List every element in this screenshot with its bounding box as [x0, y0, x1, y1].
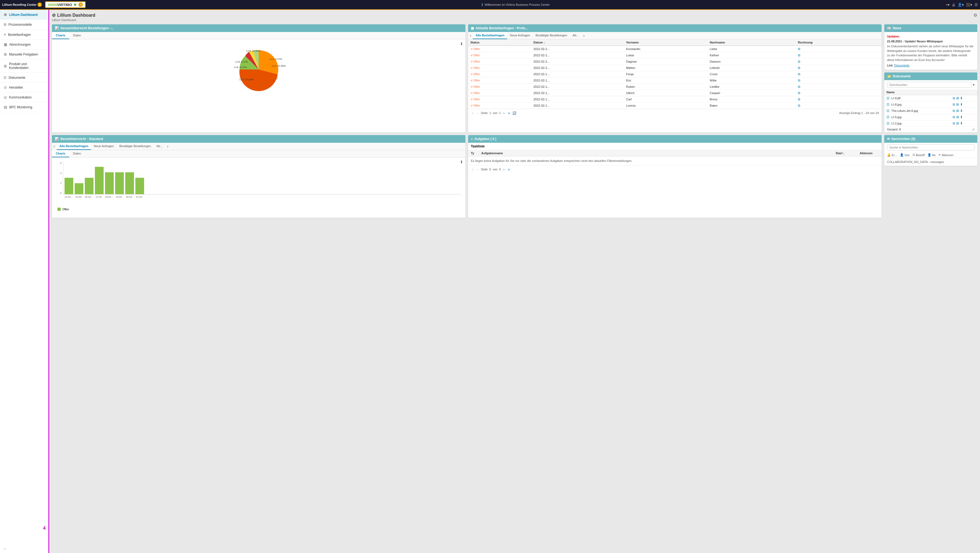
- table-icon: ▦: [471, 26, 474, 30]
- dok-download-icon[interactable]: ⬇: [960, 121, 963, 125]
- open-link-icon[interactable]: ⧉: [798, 72, 800, 76]
- cell-datum: 2022-02-2...: [531, 59, 624, 65]
- open-link-icon[interactable]: ⧉: [798, 85, 800, 89]
- label-li5: LI-5: 37.50%: [240, 78, 253, 81]
- sidebar-item-bpc[interactable]: ▤ BPC Monitoring: [0, 102, 48, 112]
- tasks-pag-next[interactable]: ›: [503, 167, 506, 172]
- tasks-pag-last[interactable]: »: [507, 167, 511, 172]
- sidebar-collapse[interactable]: «: [0, 544, 48, 553]
- dok-open-icon[interactable]: ⧉: [953, 102, 955, 107]
- bestellanfragen-icon: ≡: [4, 33, 6, 37]
- download-icon[interactable]: ⬇: [460, 41, 463, 46]
- news-link[interactable]: Documents: [894, 64, 910, 67]
- news-text: Im Dokumentenbereich stehen ab sofort ne…: [887, 44, 975, 62]
- bu-tab-next[interactable]: ›: [165, 143, 170, 150]
- tab-alle[interactable]: Alle Bestellanfragen: [473, 32, 507, 39]
- sidebar-item-kommunikation[interactable]: ◎ Kommunikation: [0, 92, 48, 102]
- open-link-icon[interactable]: ⧉: [798, 53, 800, 57]
- panel-gesamtuebersicht: 📊 Gesamtübersicht Bestellungen -... Char…: [52, 24, 465, 132]
- nach-col-an[interactable]: 👤 An: [928, 153, 936, 157]
- open-link-icon[interactable]: ⧉: [798, 97, 800, 101]
- nach-col-von[interactable]: 👤 Von: [900, 153, 910, 157]
- sidebar-item-dokumente[interactable]: D Dokumente: [0, 73, 48, 83]
- cell-datum: 2022-02-2...: [531, 65, 624, 71]
- cell-datum: 2022-02-1...: [531, 71, 624, 77]
- dok-copy-icon[interactable]: ⊞: [956, 115, 959, 119]
- tab-daten-1[interactable]: Daten: [69, 32, 85, 39]
- settings-icon[interactable]: ⚙: [974, 13, 977, 18]
- bu-tab-ab[interactable]: Ab...: [154, 143, 165, 150]
- pag-refresh[interactable]: 🔄: [512, 111, 516, 115]
- cell-datum: 2022-02-2...: [531, 52, 624, 59]
- dok-copy-icon[interactable]: ⊞: [956, 121, 959, 125]
- tab-next[interactable]: ›: [582, 32, 586, 39]
- bu-tab-prev[interactable]: ‹: [52, 143, 57, 150]
- pag-last[interactable]: »: [507, 111, 511, 115]
- open-link-icon[interactable]: ⧉: [798, 104, 800, 107]
- dok-open-icon[interactable]: ⧉: [953, 109, 955, 113]
- dok-download-icon[interactable]: ⬇: [960, 102, 963, 107]
- bu-tab-best[interactable]: Bestätigte Bestellungen: [116, 143, 154, 150]
- bu-tab-neue[interactable]: Neue Anfragen: [91, 143, 116, 150]
- sidebar-item-abrechnungen[interactable]: ▦ Abrechnungen: [0, 40, 48, 49]
- panel-bu-title: Bestellübersicht - Standard: [60, 137, 103, 141]
- sidebar-item-dashboard[interactable]: ⊘ Lillium Dashboard: [0, 10, 48, 20]
- dok-download-icon[interactable]: ⬇: [960, 96, 963, 100]
- tab-ab[interactable]: Ab...: [570, 32, 582, 39]
- pie-chart: LI-1: 4.17% LI-2: 37.50% LI-5: 37.50% LI…: [231, 45, 286, 94]
- tasks-pag-first[interactable]: «: [471, 167, 475, 172]
- nach-search-input[interactable]: [887, 144, 975, 150]
- dok-download-icon[interactable]: ⬇: [960, 115, 963, 119]
- app-title-section: Lillium Reselling Center 2: [2, 2, 42, 7]
- dok-search-input[interactable]: [887, 82, 972, 88]
- open-link-icon[interactable]: ⧉: [798, 78, 800, 82]
- open-link-icon[interactable]: ⧉: [798, 47, 800, 51]
- nach-col-er[interactable]: 🔔 Er...: [887, 153, 897, 157]
- cell-vorname: Ullrich: [624, 90, 708, 96]
- dok-file-actions: ⧉ ⊞ ⬇: [950, 114, 977, 120]
- sidebar-item-prozessmodelle[interactable]: ⧉ Prozessmodelle: [0, 20, 48, 30]
- sidebar-item-manuelle[interactable]: ⊞ Manuelle Freigaben: [0, 49, 48, 59]
- pag-next[interactable]: ›: [503, 111, 506, 115]
- pag-prev[interactable]: ‹: [476, 111, 479, 115]
- open-link-icon[interactable]: ⧉: [798, 66, 800, 70]
- cell-nachname: Liebe: [708, 46, 796, 52]
- add-button[interactable]: +▾: [945, 3, 950, 7]
- dok-copy-icon[interactable]: ⊞: [956, 109, 959, 113]
- dok-open-icon[interactable]: ⧉: [953, 121, 955, 125]
- bu-tab-alle[interactable]: Alle Bestellanfragen: [57, 143, 91, 150]
- nach-col-aktionen[interactable]: ✏ Aktionen: [939, 153, 953, 157]
- user-button[interactable]: 👤▾: [958, 3, 964, 7]
- bu-tab-daten[interactable]: Daten: [69, 150, 85, 157]
- nach-col-betreff[interactable]: ☑ Betreff: [912, 153, 925, 157]
- tab-neue[interactable]: Neue Anfragen: [507, 32, 533, 39]
- bu-tab-charts[interactable]: Charts: [52, 150, 69, 157]
- cell-rechnung: ⧉: [796, 102, 881, 109]
- menu-button[interactable]: ☰: [975, 3, 978, 7]
- tasks-pag-prev[interactable]: ‹: [476, 167, 479, 172]
- tab-charts-1[interactable]: Charts: [52, 32, 69, 39]
- open-link-icon[interactable]: ⧉: [798, 91, 800, 95]
- print-button[interactable]: 🖨: [952, 3, 955, 7]
- sidebar-item-bestellanfragen[interactable]: ≡ Bestellanfragen: [0, 30, 48, 40]
- dok-search-arrow[interactable]: ▾: [973, 83, 975, 87]
- tab-bestaetigt[interactable]: Bestätigte Bestellungen: [533, 32, 570, 39]
- dok-open-icon[interactable]: ⧉: [953, 96, 955, 100]
- x-labels: 14.02...15.02.16.02...17.02.18.02...19.0…: [63, 196, 461, 198]
- dok-file-row: 🖼 The-Lilium-Jet-6.jpg ⧉ ⊞ ⬇: [884, 108, 977, 114]
- table-row: ↺ Offen 2022-02-2... Matteo Leibold ⧉: [468, 65, 881, 71]
- dok-download-icon[interactable]: ⬇: [960, 109, 963, 113]
- cell-vorname: Ruben: [624, 84, 708, 90]
- sidebar-item-produkt[interactable]: ⊞ Produkt und Kundendaten: [0, 59, 48, 73]
- pag-first[interactable]: «: [471, 111, 475, 115]
- dok-expand-icon[interactable]: ⤢: [972, 128, 975, 131]
- open-link-icon[interactable]: ⧉: [798, 60, 800, 64]
- dok-copy-icon[interactable]: ⊞: [956, 96, 959, 100]
- bar-item: [105, 172, 114, 194]
- dok-copy-icon[interactable]: ⊞: [956, 102, 959, 107]
- apps-button[interactable]: ⬛▾: [966, 3, 972, 7]
- dok-open-icon[interactable]: ⧉: [953, 115, 955, 119]
- tab-prev[interactable]: ‹: [468, 32, 473, 39]
- sidebar-item-hersteller[interactable]: ⊙ Hersteller: [0, 83, 48, 92]
- legend-color: [57, 207, 61, 211]
